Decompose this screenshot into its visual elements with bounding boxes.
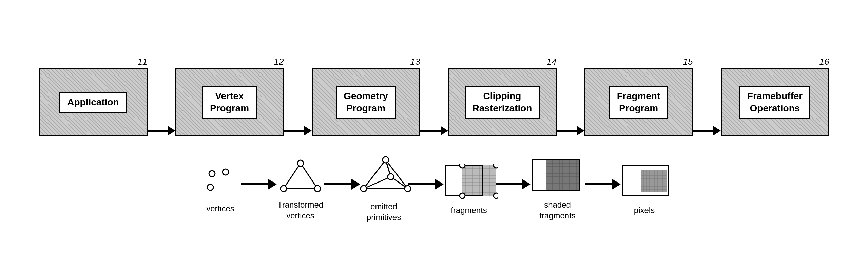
svg-point-17 [361, 186, 367, 192]
arrow-14-15 [557, 126, 584, 135]
arrow-head [435, 179, 444, 190]
arrow-line [495, 183, 522, 185]
svg-point-0 [209, 171, 215, 177]
svg-point-6 [297, 160, 304, 166]
pipeline-block-13: Geometry Program [312, 68, 420, 136]
dataflow-transformed: Transformedvertices [277, 158, 324, 220]
diagram-container: 11 Application 12 Vertex Program [0, 50, 868, 229]
vertices-label: vertices [206, 203, 234, 214]
pixels-label: pixels [634, 205, 655, 215]
arrow-line [408, 183, 435, 185]
fragments-label: fragments [451, 205, 487, 215]
block-14-label: Clipping Rasterization [465, 86, 540, 119]
dataflow-fragments: fragments [444, 164, 495, 215]
dataflow-row: vertices Transformedvertices [200, 156, 668, 222]
pixels-svg [621, 164, 672, 201]
block-14-wrapper: 14 Clipping Rasterization [448, 57, 557, 136]
primitives-visual [360, 156, 408, 197]
arrow-line [693, 130, 713, 132]
triangle-visual [277, 158, 324, 195]
shaded-svg [531, 158, 585, 195]
arrow-head [713, 126, 721, 135]
svg-point-19 [405, 186, 411, 192]
shaded-visual [531, 158, 585, 195]
arrow-15-16 [693, 126, 721, 135]
svg-point-16 [383, 157, 389, 163]
block-13-wrapper: 13 Geometry Program [312, 57, 420, 136]
dataflow-emitted: emittedprimitives [360, 156, 408, 222]
arrow-line [585, 183, 612, 185]
block-11-label: Application [59, 92, 127, 113]
df-arrow-2 [324, 179, 360, 200]
svg-point-7 [281, 186, 287, 192]
svg-point-42 [460, 193, 465, 198]
arrow-head [577, 126, 584, 135]
arrow-head [522, 179, 531, 190]
arrow-line [284, 130, 304, 132]
arrow-head [441, 126, 448, 135]
block-11-wrapper: 11 Application [39, 57, 148, 136]
arrow-head [304, 126, 312, 135]
fragments-svg [444, 164, 498, 201]
block-13-number: 13 [410, 57, 420, 67]
arrow-13-14 [420, 126, 448, 135]
vertices-svg [204, 167, 237, 197]
arrow-line [420, 130, 441, 132]
arrow-head [268, 179, 277, 190]
emitted-label: emittedprimitives [367, 201, 401, 222]
arrow-line [324, 183, 351, 185]
arrow-11-12 [148, 126, 175, 135]
vertices-visual [200, 165, 241, 199]
arrow-12-13 [284, 126, 312, 135]
pipeline-row: 11 Application 12 Vertex Program [39, 57, 829, 136]
svg-line-4 [301, 163, 317, 189]
fragment-visual [444, 164, 495, 201]
arrow-head [168, 126, 175, 135]
block-12-number: 12 [274, 57, 284, 67]
pipeline-block-15: Fragment Program [584, 68, 693, 136]
dataflow-pixels: pixels [621, 164, 668, 215]
dataflow-vertices: vertices [200, 165, 241, 214]
df-arrow-3 [408, 179, 444, 200]
pipeline-block-16: Framebuffer Operations [721, 68, 829, 136]
block-14-number: 14 [547, 57, 557, 67]
svg-point-40 [460, 164, 465, 168]
arrow-line [241, 183, 268, 185]
arrow-line [557, 130, 577, 132]
pixels-visual [621, 164, 668, 201]
block-16-number: 16 [819, 57, 829, 67]
block-12-wrapper: 12 Vertex Program [175, 57, 284, 136]
svg-point-41 [494, 164, 498, 168]
pipeline-block-14: Clipping Rasterization [448, 68, 557, 136]
transformed-label: Transformedvertices [277, 199, 323, 220]
block-16-wrapper: 16 Framebuffer Operations [721, 57, 829, 136]
block-15-label: Fragment Program [609, 86, 668, 119]
block-16-label: Framebuffer Operations [739, 86, 810, 119]
svg-point-1 [223, 169, 229, 175]
arrow-head [612, 179, 621, 190]
block-15-number: 15 [683, 57, 693, 67]
shaded-label: shadedfragments [539, 199, 576, 220]
svg-point-43 [494, 193, 498, 198]
block-13-label: Geometry Program [336, 86, 396, 119]
block-12-label: Vertex Program [202, 86, 257, 119]
pipeline-block-11: Application [39, 68, 148, 136]
arrow-head [351, 179, 360, 190]
block-11-number: 11 [138, 57, 148, 67]
pipeline-block-12: Vertex Program [175, 68, 284, 136]
triangle-svg [277, 158, 324, 195]
svg-point-2 [207, 184, 213, 190]
svg-point-18 [388, 174, 394, 180]
df-arrow-1 [241, 179, 277, 200]
block-15-wrapper: 15 Fragment Program [584, 57, 693, 136]
primitives-svg [360, 156, 411, 197]
df-arrow-5 [585, 179, 621, 200]
svg-point-8 [314, 186, 321, 192]
arrow-line [148, 130, 168, 132]
dataflow-shaded: shadedfragments [531, 158, 585, 220]
df-arrow-4 [495, 179, 531, 200]
svg-line-3 [284, 163, 301, 189]
